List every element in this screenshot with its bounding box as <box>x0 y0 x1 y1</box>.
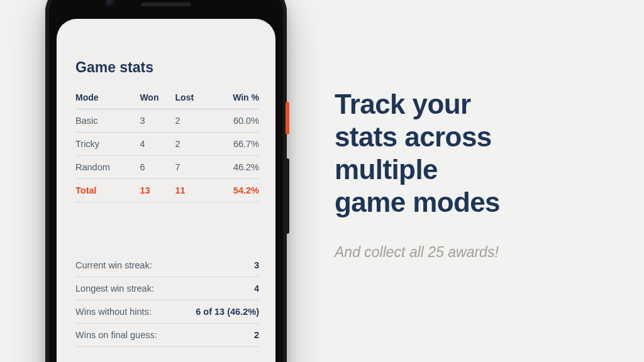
cell-lost: 7 <box>175 156 210 179</box>
fact-label: Wins on final guess: <box>75 330 157 340</box>
cell-won: 3 <box>140 109 175 133</box>
cell-mode: Tricky <box>75 133 140 156</box>
promo-copy: Track your stats across multiple game mo… <box>335 88 611 261</box>
fact-row: Current win streak: 3 <box>75 254 259 277</box>
cell-lost: 11 <box>175 179 210 202</box>
table-row: Basic 3 2 60.0% <box>75 109 259 133</box>
col-lost: Lost <box>175 87 210 109</box>
volume-button-icon <box>286 158 289 234</box>
fact-label: Current win streak: <box>75 260 152 270</box>
col-won: Won <box>140 87 175 109</box>
cell-winpct: 54.2% <box>210 179 259 202</box>
col-mode: Mode <box>75 87 140 109</box>
cell-winpct: 60.0% <box>210 109 259 133</box>
promo-subtitle: And collect all 25 awards! <box>335 244 611 261</box>
fact-row: Longest win streak: 4 <box>75 277 259 300</box>
table-row: Random 6 7 46.2% <box>75 156 259 179</box>
stats-table: Mode Won Lost Win % Basic 3 2 60.0% Tric… <box>75 87 259 202</box>
app-screen: Game stats Mode Won Lost Win % Basic 3 2 <box>57 19 275 362</box>
speaker-icon <box>141 3 191 6</box>
cell-lost: 2 <box>175 133 210 156</box>
promo-headline: Track your stats across multiple game mo… <box>335 88 611 219</box>
fact-value: 3 <box>254 260 259 270</box>
front-camera-icon <box>106 0 116 8</box>
fact-value: 2 <box>254 330 259 340</box>
cell-mode: Random <box>75 156 140 179</box>
fact-label: Wins without hints: <box>75 307 152 317</box>
cell-lost: 2 <box>175 109 210 133</box>
cell-winpct: 46.2% <box>210 156 259 179</box>
headline-line: Track your <box>335 89 471 119</box>
cell-winpct: 66.7% <box>210 133 259 156</box>
col-winpct: Win % <box>210 87 259 109</box>
table-row: Tricky 4 2 66.7% <box>75 133 259 156</box>
cell-won: 4 <box>140 133 175 156</box>
cell-mode: Basic <box>75 109 140 133</box>
phone-frame: Game stats Mode Won Lost Win % Basic 3 2 <box>45 0 287 362</box>
power-button-icon <box>286 102 289 134</box>
cell-mode: Total <box>75 179 140 202</box>
fact-value: 6 of 13 (46.2%) <box>196 307 259 317</box>
headline-line: stats across <box>335 121 492 152</box>
headline-line: multiple <box>335 154 438 185</box>
fact-label: Longest win streak: <box>75 283 154 293</box>
headline-line: game modes <box>335 187 500 217</box>
cell-won: 6 <box>140 156 175 179</box>
fact-row: Wins without hints: 6 of 13 (46.2%) <box>75 300 259 324</box>
fact-row: Wins on final guess: 2 <box>75 324 259 347</box>
cell-won: 13 <box>140 179 175 202</box>
table-total-row: Total 13 11 54.2% <box>75 179 259 202</box>
stats-header-row: Mode Won Lost Win % <box>75 87 259 109</box>
promo-stage: Game stats Mode Won Lost Win % Basic 3 2 <box>0 0 644 362</box>
screen-title: Game stats <box>75 59 259 76</box>
fact-value: 4 <box>254 283 259 293</box>
